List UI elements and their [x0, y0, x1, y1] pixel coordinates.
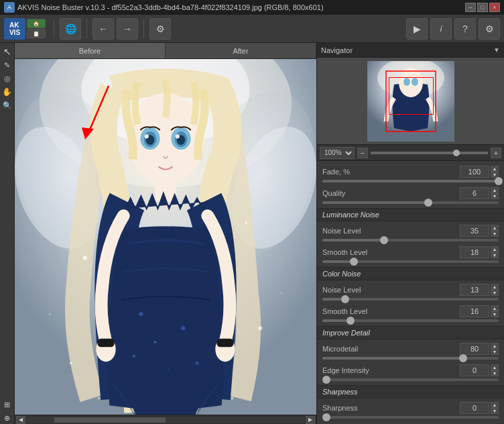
- fade-slider-thumb[interactable]: [495, 177, 503, 185]
- svg-point-32: [231, 397, 233, 400]
- lum-noise-level-down-btn[interactable]: ▼: [491, 231, 499, 237]
- svg-rect-26: [216, 339, 233, 348]
- quality-value[interactable]: 6: [460, 187, 489, 199]
- color-smooth-level-up-btn[interactable]: ▲: [491, 305, 499, 311]
- before-tab[interactable]: Before: [15, 43, 166, 58]
- title-bar-controls[interactable]: – □ ×: [465, 3, 500, 12]
- edge-intensity-value[interactable]: 0: [460, 364, 489, 376]
- minimize-button[interactable]: –: [465, 3, 476, 12]
- expand-btn[interactable]: ⊕: [1, 412, 13, 424]
- h-scroll-thumb[interactable]: [54, 417, 166, 423]
- prefs-button[interactable]: ⚙: [479, 18, 500, 40]
- edge-intensity-up-btn[interactable]: ▲: [491, 364, 499, 370]
- horizontal-scrollbar[interactable]: ◀ ▶: [15, 415, 316, 424]
- help-button[interactable]: ?: [454, 18, 476, 40]
- zoom-out-btn[interactable]: −: [357, 148, 368, 158]
- zoom-select[interactable]: 100% 50% 200%: [320, 147, 355, 159]
- microdetail-up-btn[interactable]: ▲: [491, 343, 499, 349]
- color-noise-slider-track[interactable]: [322, 298, 499, 301]
- sharpness-slider-thumb[interactable]: [322, 413, 330, 421]
- fade-up-btn[interactable]: ▲: [491, 166, 499, 172]
- microdetail-down-btn[interactable]: ▼: [491, 349, 499, 355]
- back-button[interactable]: ←: [92, 18, 114, 40]
- web-button[interactable]: 🌐: [60, 18, 81, 40]
- lum-noise-level-up-btn[interactable]: ▲: [491, 225, 499, 231]
- title-bar: A AKVIS Noise Buster v.10.3 - df55c2a3-3…: [0, 0, 504, 15]
- microdetail-value[interactable]: 80: [460, 343, 489, 355]
- toolbar: AKVIS 🏠 📋 🌐 ← → ⚙ ▶ i ? ⚙: [0, 15, 504, 43]
- color-noise-level-down-btn[interactable]: ▼: [491, 290, 499, 296]
- color-smooth-level-down-btn[interactable]: ▼: [491, 311, 499, 317]
- info-button[interactable]: i: [430, 18, 452, 40]
- color-smooth-level-value[interactable]: 16: [460, 305, 489, 317]
- hand-tool-btn[interactable]: ✋: [1, 86, 13, 98]
- color-noise-level-label: Noise Level: [322, 286, 460, 294]
- sharpness-down-btn[interactable]: ▼: [491, 408, 499, 414]
- lum-smooth-level-down-btn[interactable]: ▼: [491, 252, 499, 258]
- lum-smooth-slider-track[interactable]: [322, 260, 499, 263]
- sharpness-up-btn[interactable]: ▲: [491, 402, 499, 408]
- navigator-thumbnail[interactable]: [367, 61, 454, 142]
- sub-icon1[interactable]: 🏠: [27, 19, 46, 28]
- color-noise-slider-thumb[interactable]: [341, 295, 349, 303]
- quality-down-btn[interactable]: ▼: [491, 193, 499, 199]
- settings-button[interactable]: ⚙: [149, 18, 171, 40]
- lum-smooth-level-value[interactable]: 18: [460, 246, 489, 258]
- navigator-collapse-btn[interactable]: ▼: [493, 46, 500, 54]
- right-panel: Navigator ▼: [316, 43, 504, 424]
- grid-btn[interactable]: ⊞: [1, 399, 13, 411]
- microdetail-slider-thumb[interactable]: [459, 354, 467, 362]
- brush-tool-btn[interactable]: ✎: [1, 59, 13, 71]
- fade-row: Fade, % 100 ▲ ▼: [317, 164, 504, 180]
- maximize-button[interactable]: □: [477, 3, 488, 12]
- color-noise-level-value[interactable]: 13: [460, 284, 489, 296]
- lum-noise-slider-track[interactable]: [322, 239, 499, 242]
- eraser-tool-btn[interactable]: ◎: [1, 72, 13, 85]
- main-area: ↖ ✎ ◎ ✋ 🔍 ⊞ ⊕ Before After: [0, 43, 504, 424]
- canvas-area[interactable]: [15, 59, 316, 415]
- sharpness-value[interactable]: 0: [460, 402, 489, 414]
- zoom-in-btn[interactable]: +: [491, 148, 501, 158]
- lum-smooth-level-up-btn[interactable]: ▲: [491, 246, 499, 252]
- fade-slider-track[interactable]: [322, 180, 499, 182]
- lum-smooth-slider-thumb[interactable]: [350, 258, 358, 266]
- svg-point-19: [181, 326, 185, 330]
- color-smooth-slider-thumb[interactable]: [346, 317, 355, 325]
- edge-intensity-down-btn[interactable]: ▼: [491, 370, 499, 376]
- zoom-slider-track[interactable]: [371, 152, 488, 154]
- zoom-slider-thumb[interactable]: [453, 150, 460, 156]
- fade-slider-row: [317, 180, 504, 185]
- quality-slider-thumb[interactable]: [424, 199, 432, 207]
- svg-rect-25: [97, 339, 114, 348]
- lum-smooth-slider-row: [317, 260, 504, 266]
- forward-button[interactable]: →: [117, 18, 138, 40]
- microdetail-slider-fill: [322, 357, 463, 360]
- lum-noise-slider-thumb[interactable]: [380, 236, 388, 244]
- scroll-right-btn[interactable]: ▶: [306, 416, 315, 424]
- zoom-tool-btn[interactable]: 🔍: [1, 99, 13, 111]
- quality-slider-row: [317, 201, 504, 207]
- quality-up-btn[interactable]: ▲: [491, 187, 499, 193]
- fade-spinners: ▲ ▼: [491, 166, 499, 178]
- after-tab[interactable]: After: [166, 43, 316, 58]
- color-smooth-slider-track[interactable]: [322, 319, 499, 322]
- lum-smooth-level-spinners: ▲ ▼: [491, 246, 499, 258]
- close-button[interactable]: ×: [489, 3, 500, 12]
- edge-intensity-slider-thumb[interactable]: [322, 376, 330, 384]
- microdetail-spinners: ▲ ▼: [491, 343, 499, 355]
- svg-point-27: [83, 256, 87, 260]
- play-button[interactable]: ▶: [406, 18, 428, 40]
- sharpness-slider-track[interactable]: [322, 416, 499, 419]
- color-noise-level-up-btn[interactable]: ▲: [491, 284, 499, 290]
- h-scroll-track[interactable]: [27, 417, 304, 423]
- fade-value[interactable]: 100: [460, 166, 489, 178]
- quality-slider-track[interactable]: [322, 201, 499, 204]
- select-tool-btn[interactable]: ↖: [1, 46, 13, 58]
- sub-icon2[interactable]: 📋: [27, 29, 46, 38]
- lum-noise-level-value[interactable]: 35: [460, 225, 489, 237]
- edge-intensity-slider-track[interactable]: [322, 378, 499, 381]
- svg-point-40: [403, 78, 410, 86]
- microdetail-slider-track[interactable]: [322, 357, 499, 360]
- scroll-left-btn[interactable]: ◀: [16, 416, 25, 424]
- navigator-header: Navigator ▼: [317, 43, 504, 58]
